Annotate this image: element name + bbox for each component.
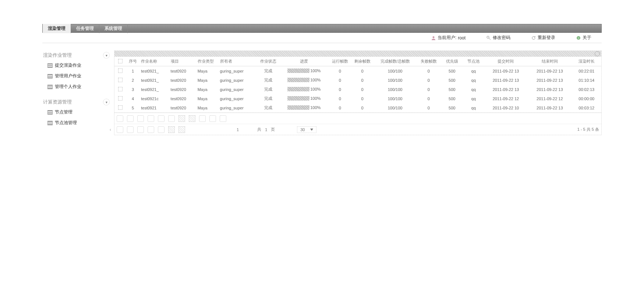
sidebar-group-render: 渲染作业管理 ▾	[42, 50, 110, 60]
sidebar-item-label: 提交渲染作业	[55, 62, 81, 69]
sidebar-item-node-management[interactable]: 节点管理	[42, 107, 110, 118]
cell-progress: 100%	[279, 76, 329, 85]
select-all-checkbox[interactable]	[118, 59, 123, 63]
sidebar-item-submit-job[interactable]: 提交渲染作业	[42, 60, 110, 71]
grid-titlebar	[114, 51, 601, 57]
toolbar-button[interactable]	[178, 115, 185, 122]
toolbar-button[interactable]	[168, 115, 175, 122]
relogin-link[interactable]: 重新登录	[531, 35, 555, 41]
col-remaining[interactable]: 剩余帧数	[351, 57, 374, 66]
pager-refresh-button[interactable]	[158, 126, 164, 133]
toolbar-button[interactable]	[127, 115, 134, 122]
col-submit-time[interactable]: 提交时间	[484, 57, 528, 66]
col-running[interactable]: 运行帧数	[329, 57, 351, 66]
tab-system-management[interactable]: 系统管理	[99, 24, 128, 33]
top-nav: 渲染管理 任务管理 系统管理	[42, 24, 602, 33]
col-progress[interactable]: 进度	[279, 57, 329, 66]
sidebar-group-compute: 计算资源管理 ▾	[42, 97, 110, 107]
cell-duration: 01:10:14	[572, 76, 602, 85]
pager-total-prefix: 共	[257, 127, 261, 132]
toolbar-button[interactable]	[137, 115, 144, 122]
pager-prev-button[interactable]	[127, 126, 134, 133]
toolbar-button[interactable]	[189, 115, 195, 122]
cell-duration: 00:22:01	[572, 66, 602, 76]
toolbar-button[interactable]	[148, 115, 154, 122]
col-project[interactable]: 项目	[169, 57, 196, 66]
collapse-icon[interactable]: ▾	[103, 99, 110, 105]
row-checkbox[interactable]	[118, 96, 123, 101]
doc-icon	[47, 85, 53, 89]
row-checkbox[interactable]	[118, 87, 123, 91]
cell-progress: 100%	[279, 94, 329, 103]
table-row[interactable]: 2test0921_test0920Mayaguring_super完成100%…	[114, 76, 601, 85]
cell-idx: 5	[126, 103, 140, 112]
cell-name: test0921_	[139, 85, 169, 94]
pager-button[interactable]	[168, 126, 175, 133]
cell-done-total: 100/100	[374, 76, 417, 85]
col-priority[interactable]: 优先级	[441, 57, 463, 66]
cell-submit-time: 2011-09-22 13	[484, 66, 528, 76]
cell-project: test0920	[169, 66, 196, 76]
sidebar-item-label: 节点池管理	[55, 120, 77, 126]
gear-icon[interactable]	[595, 51, 600, 56]
collapse-icon[interactable]: ▾	[103, 52, 110, 59]
row-checkbox[interactable]	[118, 78, 123, 82]
cell-running: 0	[329, 76, 351, 85]
svg-text:i: i	[578, 36, 579, 40]
tab-render-management[interactable]: 渲染管理	[43, 24, 71, 33]
col-end-time[interactable]: 结束时间	[528, 57, 572, 66]
cell-owner: guring_super	[219, 85, 257, 94]
cell-submit-time: 2011-09-22 13	[484, 85, 528, 94]
progress-bar	[287, 105, 309, 110]
cell-end-time: 2011-09-22 13	[528, 76, 572, 85]
action-toolbar	[114, 113, 601, 124]
about-link[interactable]: i 关于	[576, 35, 591, 41]
sidebar-item-manage-my-jobs[interactable]: 管理个人作业	[42, 81, 110, 92]
row-checkbox[interactable]	[118, 105, 123, 110]
toolbar-button[interactable]	[117, 115, 123, 122]
row-checkbox[interactable]	[118, 69, 123, 73]
col-idx[interactable]: 序号	[126, 57, 140, 66]
table-row[interactable]: 4test0921ctest0920Mayaguring_super完成100%…	[114, 94, 601, 103]
col-status[interactable]: 作业状态	[257, 57, 279, 66]
current-user: 当前用户: root	[431, 35, 466, 41]
cell-running: 0	[329, 85, 351, 94]
table-row[interactable]: 5test0921test0920Mayaguring_super完成100%0…	[114, 103, 601, 112]
progress-text: 100%	[310, 105, 321, 110]
cell-submit-time: 2011-09-22 10	[484, 103, 528, 112]
col-done-total[interactable]: 完成帧数/总帧数	[374, 57, 417, 66]
cell-project: test0920	[169, 103, 196, 112]
cell-idx: 3	[126, 85, 140, 94]
sidebar-item-manage-user-jobs[interactable]: 管理用户作业	[42, 71, 110, 81]
pager-button[interactable]	[178, 126, 185, 133]
col-type[interactable]: 作业类型	[196, 57, 219, 66]
col-pool[interactable]: 节点池	[463, 57, 484, 66]
toolbar-button[interactable]	[199, 115, 206, 122]
sidebar-group-render-title: 渲染作业管理	[43, 52, 72, 59]
pager-last-button[interactable]	[148, 126, 154, 133]
col-owner[interactable]: 所有者	[219, 57, 257, 66]
drag-handle-icon[interactable]: ‹	[108, 127, 113, 132]
tab-task-management[interactable]: 任务管理	[71, 24, 99, 33]
toolbar-button[interactable]	[209, 115, 216, 122]
sidebar-item-nodepool-management[interactable]: 节点池管理	[42, 118, 110, 128]
toolbar-button[interactable]	[220, 115, 226, 122]
table-header-row: 序号 作业名称 项目 作业类型 所有者 作业状态 进度 运行帧数 剩余帧数 完成…	[114, 57, 601, 66]
progress-text: 100%	[310, 78, 321, 82]
pager-next-button[interactable]	[137, 126, 144, 133]
user-icon	[431, 35, 436, 41]
col-duration[interactable]: 渲染时长	[572, 57, 602, 66]
cell-type: Maya	[196, 76, 219, 85]
cell-name: test0921_	[139, 76, 169, 85]
table-row[interactable]: 1test0921_test0920Mayaguring_super完成100%…	[114, 66, 601, 76]
drag-handle-icon[interactable]: ‹	[108, 149, 113, 150]
col-name[interactable]: 作业名称	[139, 57, 169, 66]
cell-project: test0920	[169, 76, 196, 85]
table-row[interactable]: 3test0921_test0920Mayaguring_super完成100%…	[114, 85, 601, 94]
toolbar-button[interactable]	[158, 115, 164, 122]
refresh-icon	[531, 35, 536, 41]
page-size-dropdown[interactable]: 30	[297, 126, 316, 133]
pager-first-button[interactable]	[117, 126, 123, 133]
col-failed[interactable]: 失败帧数	[417, 57, 441, 66]
change-password-link[interactable]: 修改密码	[486, 35, 510, 41]
